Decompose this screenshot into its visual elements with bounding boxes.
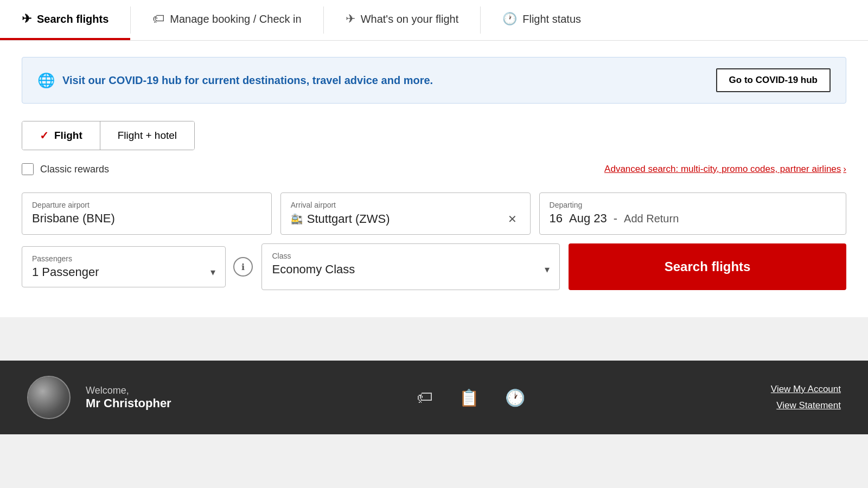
advanced-search-link[interactable]: Advanced search: multi-city, promo codes… <box>604 164 846 175</box>
footer-card-symbol: 📋 <box>459 388 479 407</box>
grey-spacer <box>0 317 868 361</box>
passengers-inner: 1 Passenger ▾ <box>32 265 215 279</box>
tab-flight-status-label: Flight status <box>522 13 581 25</box>
train-icon: 🚉 <box>291 213 303 225</box>
footer-right: View My Account View Statement <box>771 384 841 411</box>
tab-search-flights[interactable]: ✈ Search flights <box>0 0 130 40</box>
checkmark-icon: ✓ <box>40 129 49 142</box>
classic-rewards-label[interactable]: Classic rewards <box>40 164 109 175</box>
rewards-row: Classic rewards Advanced search: multi-c… <box>22 163 846 175</box>
tab-manage-booking[interactable]: 🏷 Manage booking / Check in <box>131 0 323 40</box>
footer: Welcome, Mr Christopher 🏷 📋 🕐 View My Ac… <box>0 361 868 434</box>
class-value: Economy Class <box>272 262 355 277</box>
dates-field[interactable]: Departing 16 Aug 23 - Add Return <box>539 192 846 235</box>
class-wrapper: Economy Class ▾ <box>272 262 550 277</box>
tab-search-flights-label: Search flights <box>37 13 108 25</box>
clear-arrival-button[interactable]: ✕ <box>505 211 520 227</box>
flight-hotel-button[interactable]: Flight + hotel <box>100 121 194 150</box>
footer-tag-symbol: 🏷 <box>417 388 433 407</box>
tab-whats-on-flight[interactable]: ✈ What's on your flight <box>324 0 481 40</box>
tab-manage-booking-label: Manage booking / Check in <box>170 13 301 25</box>
main-content: 🌐 Visit our COVID-19 hub for current des… <box>0 41 868 317</box>
class-label: Class <box>272 252 550 260</box>
footer-tag-icon[interactable]: 🏷 <box>417 388 433 407</box>
tab-whats-on-flight-label: What's on your flight <box>361 13 459 25</box>
dates-inner: 16 Aug 23 - Add Return <box>550 211 836 226</box>
covid-banner-text: Visit our COVID-19 hub for current desti… <box>62 74 433 87</box>
flight-only-button[interactable]: ✓ Flight <box>22 121 100 150</box>
tag-nav-icon: 🏷 <box>152 12 164 26</box>
nav-tabs: ✈ Search flights 🏷 Manage booking / Chec… <box>0 0 868 41</box>
footer-left: Welcome, Mr Christopher <box>27 376 171 419</box>
footer-user-info: Welcome, Mr Christopher <box>86 385 171 410</box>
departure-airport-field[interactable]: Departure airport Brisbane (BNE) <box>22 192 272 235</box>
search-fields-row1: Departure airport Brisbane (BNE) Arrival… <box>22 192 846 235</box>
class-chevron-icon: ▾ <box>545 264 550 275</box>
departure-label: Departure airport <box>32 201 261 209</box>
passengers-field[interactable]: Passengers 1 Passenger ▾ <box>22 246 226 287</box>
date-separator: - <box>614 211 617 226</box>
globe-icon: 🌐 <box>37 72 55 89</box>
trip-type-toggle: ✓ Flight Flight + hotel <box>22 121 195 150</box>
arrival-inner: 🚉 Stuttgart (ZWS) ✕ <box>291 211 520 227</box>
passengers-row: 1 Passenger <box>32 265 99 279</box>
plane-icon: ✈ <box>22 12 31 26</box>
add-return-button[interactable]: Add Return <box>624 213 679 225</box>
passengers-label: Passengers <box>32 254 215 263</box>
covid-hub-button[interactable]: Go to COVID-19 hub <box>716 68 831 92</box>
avatar-image <box>28 377 69 418</box>
clock-nav-icon: 🕐 <box>502 12 517 26</box>
flight-hotel-label: Flight + hotel <box>118 130 177 142</box>
classic-rewards-checkbox[interactable] <box>22 163 34 175</box>
view-my-account-link[interactable]: View My Account <box>771 384 841 395</box>
classic-rewards-left: Classic rewards <box>22 163 109 175</box>
passengers-info-button[interactable]: ℹ <box>233 257 253 277</box>
departing-label: Departing <box>550 201 836 209</box>
search-fields-row2: Passengers 1 Passenger ▾ ℹ Class Economy… <box>22 243 846 290</box>
depart-day: 16 <box>550 211 563 226</box>
footer-icons: 🏷 📋 🕐 <box>417 388 525 407</box>
departure-value: Brisbane (BNE) <box>32 211 261 226</box>
chevron-right-icon: › <box>843 164 846 175</box>
depart-month-year: Aug 23 <box>569 211 607 226</box>
welcome-text: Welcome, <box>86 385 171 396</box>
footer-card-icon[interactable]: 📋 <box>459 388 479 407</box>
covid-banner: 🌐 Visit our COVID-19 hub for current des… <box>22 57 846 104</box>
tab-flight-status[interactable]: 🕐 Flight status <box>481 0 603 40</box>
info-icon: ℹ <box>241 262 245 272</box>
search-flights-button[interactable]: Search flights <box>569 243 846 290</box>
arrival-value: Stuttgart (ZWS) <box>307 212 390 226</box>
class-field[interactable]: Class Economy Class ▾ <box>261 243 560 290</box>
footer-clock-icon[interactable]: 🕐 <box>505 388 525 407</box>
covid-banner-left: 🌐 Visit our COVID-19 hub for current des… <box>37 72 433 89</box>
flight-info-icon: ✈ <box>346 12 355 26</box>
flight-only-label: Flight <box>54 130 82 142</box>
view-statement-link[interactable]: View Statement <box>776 400 841 411</box>
advanced-search-text: Advanced search: multi-city, promo codes… <box>604 164 841 175</box>
avatar <box>27 376 71 419</box>
footer-clock-symbol: 🕐 <box>505 388 525 407</box>
user-name: Mr Christopher <box>86 396 171 410</box>
passengers-value: 1 Passenger <box>32 265 99 279</box>
passengers-chevron-icon: ▾ <box>210 266 215 278</box>
arrival-airport-field[interactable]: Arrival airport 🚉 Stuttgart (ZWS) ✕ <box>280 192 531 235</box>
arrival-label: Arrival airport <box>291 201 520 209</box>
arrival-left: 🚉 Stuttgart (ZWS) <box>291 212 390 226</box>
